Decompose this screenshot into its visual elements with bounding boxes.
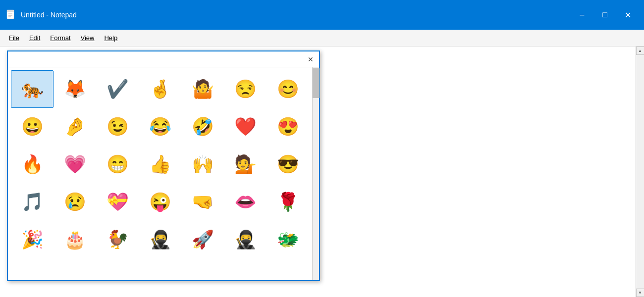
emoji-cell[interactable]: 🚀 — [181, 221, 224, 258]
menu-edit[interactable]: Edit — [24, 32, 45, 44]
emoji-dialog: ✕ 🐅🦊✔️🤞🤷😒😊😀🤌😉😂🤣❤️😍🔥💗😁👍🙌💁😎🎵😢💝😜🤜👄🌹🎉🎂🐓🥷🚀🥷🐲 — [7, 50, 320, 281]
emoji-cell[interactable]: ✔️ — [96, 70, 139, 108]
scrollbar-thumb — [313, 68, 320, 98]
notepad-icon — [5, 9, 17, 21]
menu-format[interactable]: Format — [45, 32, 75, 44]
title-bar: Untitled - Notepad – □ ✕ — [0, 0, 644, 30]
emoji-cell[interactable]: 💗 — [54, 146, 96, 183]
emoji-cell[interactable]: 😀 — [11, 108, 54, 146]
emoji-cell[interactable]: 😊 — [267, 70, 309, 108]
maximize-button[interactable]: □ — [593, 0, 616, 30]
emoji-cell[interactable]: 🐓 — [96, 221, 139, 258]
main-area: ✕ 🐅🦊✔️🤞🤷😒😊😀🤌😉😂🤣❤️😍🔥💗😁👍🙌💁😎🎵😢💝😜🤜👄🌹🎉🎂🐓🥷🚀🥷🐲 … — [0, 47, 644, 297]
emoji-grid-container: 🐅🦊✔️🤞🤷😒😊😀🤌😉😂🤣❤️😍🔥💗😁👍🙌💁😎🎵😢💝😜🤜👄🌹🎉🎂🐓🥷🚀🥷🐲 — [8, 67, 319, 280]
emoji-cell[interactable]: 😉 — [96, 108, 139, 146]
emoji-cell[interactable]: 🔥 — [11, 146, 54, 183]
emoji-cell[interactable]: ❤️ — [224, 108, 267, 146]
menu-bar: File Edit Format View Help — [0, 30, 644, 47]
close-button[interactable]: ✕ — [616, 0, 639, 30]
dialog-close-button[interactable]: ✕ — [305, 54, 316, 65]
scroll-up-button[interactable]: ▲ — [636, 47, 644, 55]
emoji-cell[interactable]: 💁 — [224, 146, 267, 183]
menu-file[interactable]: File — [4, 32, 24, 44]
scrollbar-track — [636, 55, 644, 289]
menu-view[interactable]: View — [76, 32, 100, 44]
emoji-cell[interactable]: 🤌 — [54, 108, 96, 146]
emoji-cell[interactable]: 😁 — [96, 146, 139, 183]
emoji-cell[interactable]: 🤞 — [139, 70, 181, 108]
emoji-cell[interactable]: 🎂 — [54, 221, 96, 258]
emoji-cell[interactable]: 😍 — [267, 108, 309, 146]
editor-area[interactable]: ✕ 🐅🦊✔️🤞🤷😒😊😀🤌😉😂🤣❤️😍🔥💗😁👍🙌💁😎🎵😢💝😜🤜👄🌹🎉🎂🐓🥷🚀🥷🐲 — [0, 47, 636, 297]
emoji-cell[interactable]: 🐲 — [267, 221, 309, 258]
dialog-header: ✕ — [8, 51, 319, 67]
emoji-cell[interactable]: 🥷 — [224, 221, 267, 258]
emoji-cell[interactable]: 😢 — [54, 183, 96, 221]
dialog-scrollbar[interactable] — [312, 67, 319, 280]
emoji-cell[interactable]: 🦊 — [54, 70, 96, 108]
main-scrollbar: ▲ ▼ — [636, 47, 644, 297]
emoji-cell[interactable]: 👄 — [224, 183, 267, 221]
emoji-cell[interactable]: 🤣 — [181, 108, 224, 146]
emoji-cell[interactable]: 🤷 — [181, 70, 224, 108]
menu-help[interactable]: Help — [99, 32, 122, 44]
emoji-cell[interactable]: 💝 — [96, 183, 139, 221]
emoji-cell[interactable]: 👍 — [139, 146, 181, 183]
window-title: Untitled - Notepad — [21, 11, 571, 19]
title-bar-controls: – □ ✕ — [571, 0, 639, 30]
minimize-button[interactable]: – — [571, 0, 593, 30]
emoji-cell[interactable]: 🎵 — [11, 183, 54, 221]
emoji-cell[interactable]: 🐅 — [11, 70, 54, 108]
emoji-cell[interactable]: 😒 — [224, 70, 267, 108]
svg-rect-1 — [7, 10, 14, 12]
emoji-cell[interactable]: 🤜 — [181, 183, 224, 221]
emoji-cell[interactable]: 🙌 — [181, 146, 224, 183]
emoji-cell[interactable]: 🌹 — [267, 183, 309, 221]
emoji-cell[interactable]: 😂 — [139, 108, 181, 146]
emoji-cell[interactable]: 😎 — [267, 146, 309, 183]
emoji-cell[interactable]: 😜 — [139, 183, 181, 221]
emoji-cell[interactable]: 🎉 — [11, 221, 54, 258]
emoji-grid: 🐅🦊✔️🤞🤷😒😊😀🤌😉😂🤣❤️😍🔥💗😁👍🙌💁😎🎵😢💝😜🤜👄🌹🎉🎂🐓🥷🚀🥷🐲 — [8, 67, 312, 280]
emoji-cell[interactable]: 🥷 — [139, 221, 181, 258]
scroll-down-button[interactable]: ▼ — [636, 289, 644, 297]
